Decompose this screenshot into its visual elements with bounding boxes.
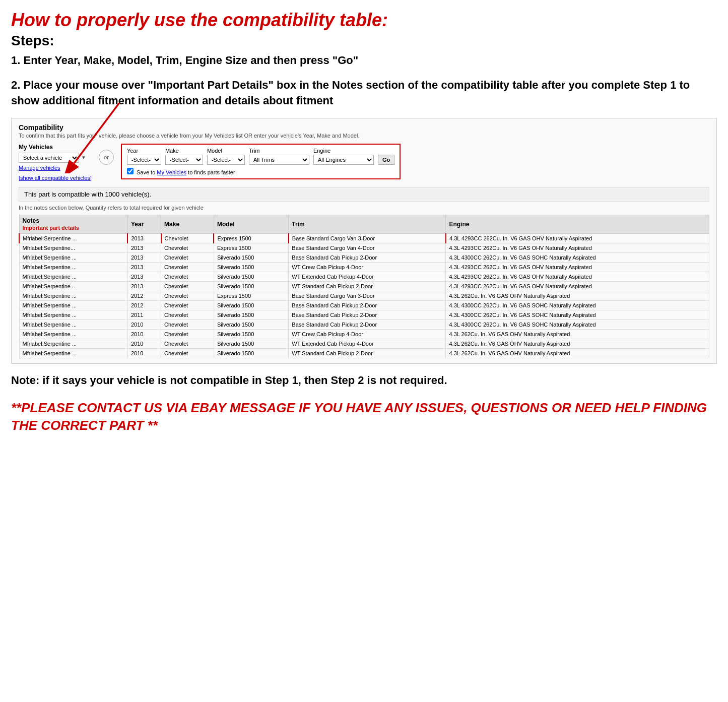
engine-cell: 4.3L 4293CC 262Cu. In. V6 GAS OHV Natura…: [446, 262, 709, 272]
step2-text: 2. Place your mouse over "Important Part…: [11, 78, 717, 109]
make-select[interactable]: -Select-: [165, 155, 203, 165]
make-cell: Chevrolet: [161, 291, 214, 300]
dropdown-arrow-icon: ▼: [81, 155, 86, 160]
save-row: Save to My Vehicles to finds parts faste…: [127, 168, 394, 175]
year-cell: 2010: [127, 320, 161, 329]
compat-subtitle: To confirm that this part fits your vehi…: [19, 133, 709, 139]
table-row: Mfrlabel:Serpentine ...2010ChevroletSilv…: [19, 348, 709, 358]
model-cell: Express 1500: [214, 233, 288, 243]
engine-cell: 4.3L 262Cu. In. V6 GAS OHV Naturally Asp…: [446, 339, 709, 348]
compatibility-section: Compatibility To confirm that this part …: [11, 118, 717, 364]
model-cell: Silverado 1500: [214, 252, 288, 262]
col-engine: Engine: [446, 215, 709, 233]
table-row: Mfrlabel:Serpentine ...2010ChevroletSilv…: [19, 339, 709, 348]
engine-cell: 4.3L 4300CC 262Cu. In. V6 GAS SOHC Natur…: [446, 320, 709, 329]
model-cell: Silverado 1500: [214, 262, 288, 272]
table-row: Mfrlabel:Serpentine ...2013ChevroletSilv…: [19, 281, 709, 291]
engine-cell: 4.3L 4293CC 262Cu. In. V6 GAS OHV Natura…: [446, 243, 709, 252]
year-cell: 2012: [127, 291, 161, 300]
compatible-count: This part is compatible with 1000 vehicl…: [19, 187, 709, 202]
col-year: Year: [127, 215, 161, 233]
year-cell: 2013: [127, 252, 161, 262]
trim-cell: Base Standard Cab Pickup 2-Door: [289, 300, 446, 310]
trim-cell: WT Extended Cab Pickup 4-Door: [289, 272, 446, 281]
notes-cell: Mfrlabel:Serpentine ...: [19, 252, 127, 262]
my-vehicles-section: My Vehicles Select a vehicle ▼ Manage ve…: [19, 144, 92, 182]
model-cell: Silverado 1500: [214, 339, 288, 348]
table-row: Mfrlabel:Serpentine ...2013ChevroletSilv…: [19, 272, 709, 281]
engine-select[interactable]: All Engines: [313, 155, 374, 165]
col-make: Make: [161, 215, 214, 233]
save-checkbox[interactable]: [127, 168, 134, 174]
trim-cell: WT Crew Cab Pickup 4-Door: [289, 262, 446, 272]
my-vehicles-link2[interactable]: My Vehicles: [157, 169, 186, 175]
engine-cell: 4.3L 4300CC 262Cu. In. V6 GAS SOHC Natur…: [446, 252, 709, 262]
notes-cell: Mfrlabel:Serpentine...: [19, 243, 127, 252]
model-cell: Silverado 1500: [214, 272, 288, 281]
year-cell: 2010: [127, 329, 161, 339]
model-cell: Express 1500: [214, 243, 288, 252]
col-notes: Notes Important part details: [19, 215, 127, 233]
notes-cell: Mfrlabel:Serpentine ...: [19, 291, 127, 300]
contact-text: **PLEASE CONTACT US VIA EBAY MESSAGE IF …: [11, 399, 717, 434]
go-button[interactable]: Go: [378, 155, 394, 165]
model-cell: Silverado 1500: [214, 329, 288, 339]
make-cell: Chevrolet: [161, 348, 214, 358]
trim-cell: Base Standard Cab Pickup 2-Door: [289, 310, 446, 320]
make-cell: Chevrolet: [161, 300, 214, 310]
manage-vehicles-link[interactable]: Manage vehicles: [19, 165, 92, 171]
notes-cell: Mfrlabel:Serpentine ...: [19, 262, 127, 272]
main-title: How to properly use the compatibility ta…: [11, 9, 717, 31]
engine-cell: 4.3L 262Cu. In. V6 GAS OHV Naturally Asp…: [446, 348, 709, 358]
trim-select[interactable]: All Trims: [249, 155, 309, 165]
engine-label: Engine: [313, 148, 374, 154]
trim-cell: Base Standard Cargo Van 3-Door: [289, 291, 446, 300]
notes-cell: Mfrlabel:Serpentine ...: [19, 339, 127, 348]
year-select[interactable]: -Select-: [127, 155, 161, 165]
engine-cell: 4.3L 4300CC 262Cu. In. V6 GAS SOHC Natur…: [446, 300, 709, 310]
table-row: Mfrlabel:Serpentine ...2013ChevroletExpr…: [19, 233, 709, 243]
note-text: Note: if it says your vehicle is not com…: [11, 373, 717, 389]
notes-cell: Mfrlabel:Serpentine ...: [19, 233, 127, 243]
engine-cell: 4.3L 4293CC 262Cu. In. V6 GAS OHV Natura…: [446, 233, 709, 243]
year-cell: 2013: [127, 233, 161, 243]
notes-info: In the notes section below, Quantity ref…: [19, 205, 709, 211]
engine-cell: 4.3L 4293CC 262Cu. In. V6 GAS OHV Natura…: [446, 281, 709, 291]
engine-cell: 4.3L 262Cu. In. V6 GAS OHV Naturally Asp…: [446, 291, 709, 300]
model-select[interactable]: -Select-: [207, 155, 245, 165]
table-row: Mfrlabel:Serpentine ...2011ChevroletSilv…: [19, 310, 709, 320]
show-all-link[interactable]: [show all compatible vehicles]: [19, 175, 92, 181]
year-cell: 2010: [127, 348, 161, 358]
make-cell: Chevrolet: [161, 281, 214, 291]
table-row: Mfrlabel:Serpentine ...2012ChevroletSilv…: [19, 300, 709, 310]
table-row: Mfrlabel:Serpentine ...2010ChevroletSilv…: [19, 329, 709, 339]
year-cell: 2010: [127, 339, 161, 348]
table-row: Mfrlabel:Serpentine...2013ChevroletExpre…: [19, 243, 709, 252]
col-model: Model: [214, 215, 288, 233]
vehicle-select[interactable]: Select a vehicle: [19, 153, 79, 163]
notes-cell: Mfrlabel:Serpentine ...: [19, 281, 127, 291]
model-cell: Silverado 1500: [214, 310, 288, 320]
engine-cell: 4.3L 4300CC 262Cu. In. V6 GAS SOHC Natur…: [446, 310, 709, 320]
model-cell: Express 1500: [214, 291, 288, 300]
make-cell: Chevrolet: [161, 262, 214, 272]
make-cell: Chevrolet: [161, 329, 214, 339]
step1-text: 1. Enter Year, Make, Model, Trim, Engine…: [11, 53, 717, 69]
table-row: Mfrlabel:Serpentine ...2013ChevroletSilv…: [19, 252, 709, 262]
year-cell: 2013: [127, 272, 161, 281]
table-row: Mfrlabel:Serpentine ...2010ChevroletSilv…: [19, 320, 709, 329]
trim-cell: Base Standard Cab Pickup 2-Door: [289, 320, 446, 329]
compatibility-table: Notes Important part details Year Make M…: [19, 215, 709, 358]
model-cell: Silverado 1500: [214, 281, 288, 291]
year-cell: 2013: [127, 281, 161, 291]
year-cell: 2013: [127, 243, 161, 252]
trim-label: Trim: [249, 148, 309, 154]
notes-cell: Mfrlabel:Serpentine ...: [19, 300, 127, 310]
notes-cell: Mfrlabel:Serpentine ...: [19, 348, 127, 358]
year-cell: 2012: [127, 300, 161, 310]
notes-sub-header: Important part details: [23, 225, 79, 231]
model-cell: Silverado 1500: [214, 300, 288, 310]
year-cell: 2013: [127, 262, 161, 272]
make-cell: Chevrolet: [161, 339, 214, 348]
make-cell: Chevrolet: [161, 233, 214, 243]
